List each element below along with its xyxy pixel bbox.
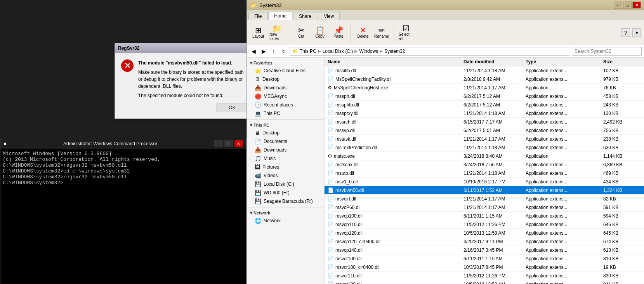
sidebar-item-fav-1[interactable]: 🖥Desktop bbox=[247, 75, 324, 84]
table-row[interactable]: 📄msutb.dll11/21/2014 1:18 AMApplication … bbox=[325, 169, 644, 178]
sidebar-item-icon: 🌐 bbox=[255, 218, 261, 224]
regsvr-btn-row: OK bbox=[121, 103, 248, 112]
ribbon-tab-file[interactable]: File bbox=[248, 12, 267, 20]
sidebar-item-fav-2[interactable]: 📥Downloads bbox=[247, 84, 324, 92]
table-row[interactable]: 📄mssrch.dll6/15/2017 7:17 AMApplication … bbox=[325, 118, 644, 126]
ribbon-help-btn[interactable]: ? bbox=[621, 28, 630, 37]
file-size-cell: 810 KB bbox=[600, 254, 631, 263]
cmd-close-button[interactable]: ✕ bbox=[234, 140, 243, 147]
col-header-date-modified[interactable]: Date modified bbox=[460, 57, 522, 66]
file-name: msv1_0.dll bbox=[335, 179, 358, 185]
ribbon-select-all-btn[interactable]: ☑Select all bbox=[398, 24, 414, 42]
table-row[interactable]: 📄msv1_0.dll10/10/2016 2:17 PMApplication… bbox=[325, 178, 644, 186]
forward-button[interactable]: ▶ bbox=[259, 47, 268, 56]
back-button[interactable]: ◀ bbox=[249, 47, 258, 56]
ribbon-tab-share[interactable]: Share bbox=[293, 12, 317, 20]
table-row[interactable]: 📄mstask.dll11/21/2014 1:17 AMApplication… bbox=[325, 135, 644, 143]
addr-part-2[interactable]: Windows bbox=[359, 49, 378, 54]
regsvr-body: ✕ The module "msvbvm50.dll" failed to lo… bbox=[115, 53, 254, 118]
sidebar-item-thispc-0[interactable]: 🖥Desktop bbox=[247, 129, 324, 137]
table-row[interactable]: 📄mstscax.dll3/24/2018 7:56 AMApplication… bbox=[325, 160, 644, 169]
table-row[interactable]: 📄msvcp120.dll10/5/2013 12:58 AMApplicati… bbox=[325, 229, 644, 237]
table-row[interactable]: 📄msvbvm50.dll3/11/2017 1:52 AMApplicatio… bbox=[325, 186, 644, 195]
table-row[interactable]: 📄mssph.dll6/2/2017 5:12 AMApplication ex… bbox=[325, 92, 644, 101]
file-name-cell: 📄msvcP60.dll bbox=[325, 203, 460, 211]
file-date-cell: 11/21/2014 1:17 AM bbox=[460, 195, 522, 203]
table-row[interactable]: ⚙mstsc.exe3/24/2018 8:40 AMApplication1,… bbox=[325, 152, 644, 160]
sidebar-item-thispc-5[interactable]: 📹Videos bbox=[247, 171, 324, 180]
file-type-cell: Application extens... bbox=[522, 246, 600, 254]
table-row[interactable]: 📄msTextPrediction.dll11/21/2014 1:18 AMA… bbox=[325, 143, 644, 152]
table-row[interactable]: 📄mssphtb.dll6/2/2017 5:12 AMApplication … bbox=[325, 101, 644, 109]
col-header-name[interactable]: Name bbox=[325, 57, 460, 66]
explorer-close-button[interactable]: ✕ bbox=[632, 2, 641, 9]
up-button[interactable]: ↑ bbox=[269, 47, 278, 56]
file-name: msvcr100.dll bbox=[335, 256, 361, 261]
sidebar-item-fav-0[interactable]: ⭐Creative Cloud Files bbox=[247, 66, 324, 75]
sidebar-item-icon: 💾 bbox=[255, 198, 261, 204]
explorer-minimize-button[interactable]: ─ bbox=[614, 2, 622, 9]
sidebar-item-fav-5[interactable]: 💻This PC bbox=[247, 109, 324, 118]
table-row[interactable]: 📄mssprxy.dll11/21/2014 1:18 AMApplicatio… bbox=[325, 109, 644, 118]
sidebar-item-icon: 🖼 bbox=[255, 164, 260, 170]
address-path-bar[interactable]: 📁This PC ▶ Local Disk (C:) ▶ Windows ▶ S… bbox=[290, 47, 570, 56]
sidebar-item-thispc-1[interactable]: 📄Documents bbox=[247, 137, 324, 146]
ribbon-view-btn[interactable]: ⊞Layout bbox=[250, 26, 266, 39]
col-header-type[interactable]: Type bbox=[522, 57, 600, 66]
ribbon-tab-home[interactable]: Home bbox=[268, 12, 292, 20]
table-row[interactable]: 📄mssvp.dll6/2/2017 5:01 AMApplication ex… bbox=[325, 126, 644, 135]
regsvr-ok-button[interactable]: OK bbox=[217, 103, 248, 112]
table-row[interactable]: 📄msvcp100.dll6/11/2011 1:15 AMApplicatio… bbox=[325, 212, 644, 220]
sidebar-item-thispc-7[interactable]: 💾WD 600 (H:) bbox=[247, 188, 324, 197]
addr-part-3[interactable]: System32 bbox=[384, 49, 405, 54]
ribbon-cut-btn[interactable]: ✂Cut bbox=[293, 26, 309, 39]
cmd-restore-button[interactable]: □ bbox=[224, 140, 233, 147]
sidebar-item-thispc-2[interactable]: 📥Downloads bbox=[247, 146, 324, 154]
file-icon: ⚙ bbox=[328, 153, 332, 159]
file-name: msvcp100.dll bbox=[335, 213, 363, 219]
file-type-cell: Application extens... bbox=[522, 272, 600, 280]
ribbon-paste-btn[interactable]: 📌Paste bbox=[330, 26, 347, 39]
addr-part-0[interactable]: This PC bbox=[300, 49, 316, 54]
sidebar-item-thispc-6[interactable]: 💾Local Disk (C:) bbox=[247, 180, 324, 188]
sidebar-item-fav-3[interactable]: 🔴MEGAsync bbox=[247, 92, 324, 101]
ribbon-expand-btn[interactable]: ▾ bbox=[632, 28, 641, 37]
table-row[interactable]: 📄msvcr100_clr0400.dll10/3/2017 8:45 PMAp… bbox=[325, 263, 644, 272]
table-row[interactable]: 📄mssitlb.dll11/21/2014 1:18 AMApplicatio… bbox=[325, 66, 644, 75]
file-icon: 📄 bbox=[328, 127, 334, 133]
sidebar-item-thispc-8[interactable]: 💾Seagate Barracuda (R:) bbox=[247, 197, 324, 206]
search-input[interactable] bbox=[572, 47, 642, 56]
table-row[interactable]: 📄MsSpellCheckingFacility.dll2/8/2018 9:4… bbox=[325, 75, 644, 84]
file-size-cell: 591 KB bbox=[600, 203, 631, 211]
col-header-size[interactable]: Size bbox=[600, 57, 631, 66]
sidebar-item-thispc-4[interactable]: 🖼Pictures bbox=[247, 163, 324, 171]
sidebar-item-icon: 📄 bbox=[255, 138, 261, 145]
ribbon-rename-btn[interactable]: ✏Rename bbox=[373, 26, 390, 39]
table-row[interactable]: 📄msvcP60.dll11/21/2014 1:17 AMApplicatio… bbox=[325, 203, 644, 212]
file-icon: 📄 bbox=[328, 204, 334, 210]
ribbon-copy-btn[interactable]: 📋Copy bbox=[312, 26, 328, 39]
table-row[interactable]: 📄msvcp140.dll2/16/2017 3:45 PMApplicatio… bbox=[325, 246, 644, 254]
table-row[interactable]: 📄msvcr110.dll11/5/2012 11:26 PMApplicati… bbox=[325, 272, 644, 280]
file-icon: 📄 bbox=[328, 256, 334, 261]
table-row[interactable]: 📄msvcp110.dll11/5/2012 11:26 PMApplicati… bbox=[325, 220, 644, 229]
sidebar-item-thispc-3[interactable]: 🎵Music bbox=[247, 154, 324, 163]
file-name: msvcirt.dll bbox=[335, 196, 356, 202]
cmd-minimize-button[interactable]: ─ bbox=[214, 140, 223, 147]
file-size-cell: 2,492 KB bbox=[600, 118, 631, 126]
sidebar-item-fav-4[interactable]: 🕐Recent places bbox=[247, 101, 324, 109]
table-row[interactable]: 📄msvcp120_clr0400.dll4/20/2017 9:11 PMAp… bbox=[325, 237, 644, 246]
ribbon-tab-view[interactable]: View bbox=[318, 12, 340, 20]
table-row[interactable]: 📄msvcirt.dll11/21/2014 1:17 AMApplicatio… bbox=[325, 195, 644, 203]
file-size-cell: 979 KB bbox=[600, 75, 631, 83]
sidebar-item-network-0[interactable]: 🌐Network bbox=[247, 216, 324, 225]
table-row[interactable]: 📄msvcr120.dll10/5/2013 12:58 AMApplicati… bbox=[325, 280, 644, 284]
ribbon-new-folder-btn[interactable]: 📁New folder bbox=[269, 24, 285, 42]
addr-part-1[interactable]: Local Disk (C:) bbox=[323, 49, 353, 54]
explorer-restore-button[interactable]: □ bbox=[623, 2, 632, 9]
refresh-button[interactable]: ↻ bbox=[279, 47, 288, 56]
table-row[interactable]: 📄msvcr100.dll6/11/2011 1:15 AMApplicatio… bbox=[325, 254, 644, 263]
ribbon-delete-btn[interactable]: ✕Delete bbox=[355, 26, 371, 39]
table-row[interactable]: ⚙MsSpellCheckingHost.exe11/21/2014 1:17 … bbox=[325, 84, 644, 92]
file-name-cell: 📄msTextPrediction.dll bbox=[325, 143, 460, 152]
